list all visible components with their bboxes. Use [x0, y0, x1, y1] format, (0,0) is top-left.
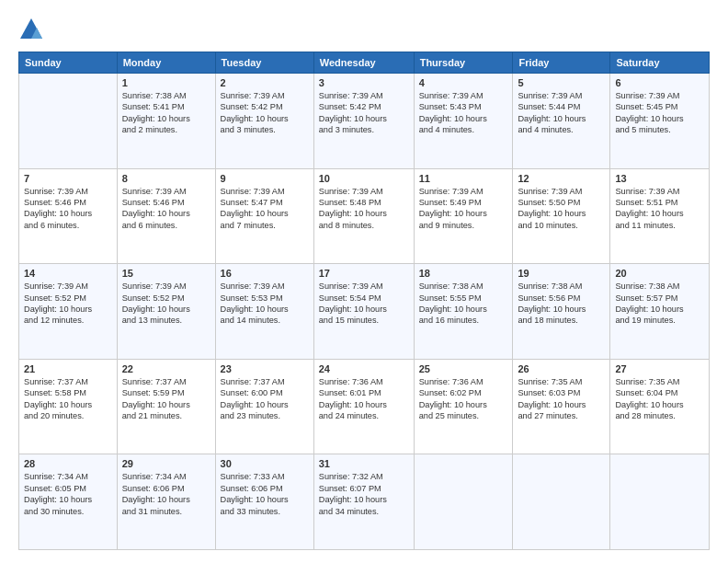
logo-icon	[18, 17, 44, 42]
day-info: Sunrise: 7:34 AM Sunset: 6:06 PM Dayligh…	[122, 471, 210, 517]
calendar-cell	[19, 74, 118, 169]
day-number: 30	[221, 458, 309, 469]
day-info: Sunrise: 7:37 AM Sunset: 5:58 PM Dayligh…	[24, 376, 112, 422]
day-info: Sunrise: 7:39 AM Sunset: 5:42 PM Dayligh…	[319, 90, 409, 136]
day-info: Sunrise: 7:36 AM Sunset: 6:01 PM Dayligh…	[319, 376, 409, 422]
calendar-cell: 19Sunrise: 7:38 AM Sunset: 5:56 PM Dayli…	[513, 264, 610, 360]
day-info: Sunrise: 7:33 AM Sunset: 6:06 PM Dayligh…	[221, 471, 309, 517]
day-info: Sunrise: 7:39 AM Sunset: 5:49 PM Dayligh…	[419, 186, 508, 232]
day-number: 14	[24, 268, 112, 279]
calendar-cell: 13Sunrise: 7:39 AM Sunset: 5:51 PM Dayli…	[610, 168, 710, 264]
day-number: 5	[518, 77, 605, 88]
calendar-cell: 10Sunrise: 7:39 AM Sunset: 5:48 PM Dayli…	[313, 168, 414, 264]
calendar-cell: 20Sunrise: 7:38 AM Sunset: 5:57 PM Dayli…	[610, 264, 710, 360]
page: SundayMondayTuesdayWednesdayThursdayFrid…	[0, 0, 728, 563]
calendar-cell: 6Sunrise: 7:39 AM Sunset: 5:45 PM Daylig…	[610, 74, 710, 169]
calendar-cell: 25Sunrise: 7:36 AM Sunset: 6:02 PM Dayli…	[414, 359, 513, 454]
calendar-cell: 26Sunrise: 7:35 AM Sunset: 6:03 PM Dayli…	[513, 359, 610, 454]
calendar-cell: 18Sunrise: 7:38 AM Sunset: 5:55 PM Dayli…	[414, 264, 513, 360]
calendar-cell: 5Sunrise: 7:39 AM Sunset: 5:44 PM Daylig…	[513, 74, 610, 169]
day-number: 18	[419, 268, 508, 279]
header	[18, 17, 710, 42]
day-info: Sunrise: 7:39 AM Sunset: 5:52 PM Dayligh…	[122, 281, 210, 327]
day-number: 24	[319, 363, 409, 374]
col-header-sunday: Sunday	[19, 52, 118, 74]
day-number: 20	[615, 268, 704, 279]
col-header-thursday: Thursday	[414, 52, 513, 74]
day-info: Sunrise: 7:38 AM Sunset: 5:55 PM Dayligh…	[419, 281, 508, 327]
calendar-cell: 24Sunrise: 7:36 AM Sunset: 6:01 PM Dayli…	[313, 359, 414, 454]
calendar-cell: 21Sunrise: 7:37 AM Sunset: 5:58 PM Dayli…	[19, 359, 118, 454]
day-info: Sunrise: 7:39 AM Sunset: 5:53 PM Dayligh…	[221, 281, 309, 327]
day-info: Sunrise: 7:39 AM Sunset: 5:43 PM Dayligh…	[419, 90, 508, 136]
calendar-cell: 15Sunrise: 7:39 AM Sunset: 5:52 PM Dayli…	[117, 264, 215, 360]
calendar-cell	[414, 454, 513, 550]
calendar-cell: 7Sunrise: 7:39 AM Sunset: 5:46 PM Daylig…	[19, 168, 118, 264]
day-number: 21	[24, 363, 112, 374]
day-info: Sunrise: 7:37 AM Sunset: 5:59 PM Dayligh…	[122, 376, 210, 422]
calendar-cell: 29Sunrise: 7:34 AM Sunset: 6:06 PM Dayli…	[117, 454, 215, 550]
day-info: Sunrise: 7:39 AM Sunset: 5:45 PM Dayligh…	[615, 90, 704, 136]
calendar-cell: 2Sunrise: 7:39 AM Sunset: 5:42 PM Daylig…	[215, 74, 313, 169]
day-number: 4	[419, 77, 508, 88]
calendar-cell	[610, 454, 710, 550]
day-info: Sunrise: 7:35 AM Sunset: 6:03 PM Dayligh…	[518, 376, 605, 422]
day-number: 27	[615, 363, 704, 374]
calendar-cell: 23Sunrise: 7:37 AM Sunset: 6:00 PM Dayli…	[215, 359, 313, 454]
calendar-cell: 1Sunrise: 7:38 AM Sunset: 5:41 PM Daylig…	[117, 74, 215, 169]
col-header-saturday: Saturday	[610, 52, 710, 74]
logo	[18, 17, 48, 42]
day-number: 31	[319, 458, 409, 469]
day-info: Sunrise: 7:39 AM Sunset: 5:46 PM Dayligh…	[24, 186, 112, 232]
day-number: 15	[122, 268, 210, 279]
day-info: Sunrise: 7:39 AM Sunset: 5:51 PM Dayligh…	[615, 186, 704, 232]
day-number: 8	[122, 173, 210, 184]
calendar-cell: 22Sunrise: 7:37 AM Sunset: 5:59 PM Dayli…	[117, 359, 215, 454]
day-info: Sunrise: 7:32 AM Sunset: 6:07 PM Dayligh…	[319, 471, 409, 517]
day-number: 19	[518, 268, 605, 279]
day-number: 7	[24, 173, 112, 184]
day-info: Sunrise: 7:38 AM Sunset: 5:41 PM Dayligh…	[122, 90, 210, 136]
col-header-monday: Monday	[117, 52, 215, 74]
day-number: 9	[221, 173, 309, 184]
calendar-cell: 30Sunrise: 7:33 AM Sunset: 6:06 PM Dayli…	[215, 454, 313, 550]
calendar-cell: 14Sunrise: 7:39 AM Sunset: 5:52 PM Dayli…	[19, 264, 118, 360]
col-header-friday: Friday	[513, 52, 610, 74]
col-header-tuesday: Tuesday	[215, 52, 313, 74]
calendar-cell	[513, 454, 610, 550]
day-info: Sunrise: 7:37 AM Sunset: 6:00 PM Dayligh…	[221, 376, 309, 422]
calendar-cell: 3Sunrise: 7:39 AM Sunset: 5:42 PM Daylig…	[313, 74, 414, 169]
calendar-cell: 16Sunrise: 7:39 AM Sunset: 5:53 PM Dayli…	[215, 264, 313, 360]
col-header-wednesday: Wednesday	[313, 52, 414, 74]
day-info: Sunrise: 7:36 AM Sunset: 6:02 PM Dayligh…	[419, 376, 508, 422]
day-number: 6	[615, 77, 704, 88]
day-info: Sunrise: 7:39 AM Sunset: 5:52 PM Dayligh…	[24, 281, 112, 327]
day-info: Sunrise: 7:39 AM Sunset: 5:48 PM Dayligh…	[319, 186, 409, 232]
day-number: 12	[518, 173, 605, 184]
calendar-week-2: 7Sunrise: 7:39 AM Sunset: 5:46 PM Daylig…	[19, 168, 710, 264]
calendar-cell: 31Sunrise: 7:32 AM Sunset: 6:07 PM Dayli…	[313, 454, 414, 550]
day-number: 25	[419, 363, 508, 374]
calendar-cell: 28Sunrise: 7:34 AM Sunset: 6:05 PM Dayli…	[19, 454, 118, 550]
day-number: 1	[122, 77, 210, 88]
day-info: Sunrise: 7:34 AM Sunset: 6:05 PM Dayligh…	[24, 471, 112, 517]
day-number: 10	[319, 173, 409, 184]
day-number: 17	[319, 268, 409, 279]
day-info: Sunrise: 7:39 AM Sunset: 5:42 PM Dayligh…	[221, 90, 309, 136]
day-info: Sunrise: 7:35 AM Sunset: 6:04 PM Dayligh…	[615, 376, 704, 422]
calendar-header-row: SundayMondayTuesdayWednesdayThursdayFrid…	[19, 52, 710, 74]
calendar-cell: 9Sunrise: 7:39 AM Sunset: 5:47 PM Daylig…	[215, 168, 313, 264]
day-info: Sunrise: 7:39 AM Sunset: 5:54 PM Dayligh…	[319, 281, 409, 327]
day-info: Sunrise: 7:39 AM Sunset: 5:47 PM Dayligh…	[221, 186, 309, 232]
calendar-week-3: 14Sunrise: 7:39 AM Sunset: 5:52 PM Dayli…	[19, 264, 710, 360]
day-info: Sunrise: 7:38 AM Sunset: 5:56 PM Dayligh…	[518, 281, 605, 327]
day-number: 13	[615, 173, 704, 184]
day-number: 3	[319, 77, 409, 88]
day-info: Sunrise: 7:39 AM Sunset: 5:44 PM Dayligh…	[518, 90, 605, 136]
calendar-week-1: 1Sunrise: 7:38 AM Sunset: 5:41 PM Daylig…	[19, 74, 710, 169]
day-number: 2	[221, 77, 309, 88]
calendar-cell: 4Sunrise: 7:39 AM Sunset: 5:43 PM Daylig…	[414, 74, 513, 169]
day-number: 11	[419, 173, 508, 184]
day-number: 22	[122, 363, 210, 374]
calendar-week-5: 28Sunrise: 7:34 AM Sunset: 6:05 PM Dayli…	[19, 454, 710, 550]
